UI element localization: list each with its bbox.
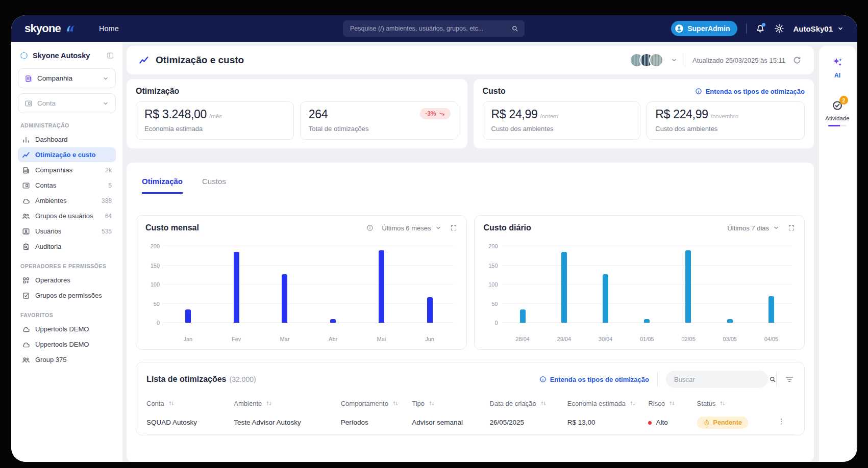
column-header-ambiente[interactable]: Ambiente bbox=[234, 399, 340, 407]
bar[interactable] bbox=[561, 252, 567, 323]
bar[interactable] bbox=[427, 297, 433, 323]
list-search[interactable] bbox=[666, 371, 768, 388]
bar[interactable] bbox=[185, 309, 191, 323]
column-header-status[interactable]: Status bbox=[697, 399, 768, 407]
nav-home-link[interactable]: Home bbox=[99, 24, 119, 33]
refresh-icon[interactable] bbox=[792, 56, 802, 65]
chart-range-select[interactable]: Últimos 7 dias bbox=[727, 224, 780, 232]
optimization-table: ContaAmbienteComportamentoTipoData de cr… bbox=[146, 396, 794, 435]
bar[interactable] bbox=[685, 250, 691, 323]
sidebar-item-contas[interactable]: Contas5 bbox=[18, 178, 116, 193]
tab-custos[interactable]: Custos bbox=[202, 177, 226, 194]
column-header-conta[interactable]: Conta bbox=[146, 399, 234, 407]
column-label: Tipo bbox=[412, 400, 425, 407]
company-select[interactable]: Companhia bbox=[18, 68, 116, 88]
skyone-logo[interactable]: skyone bbox=[24, 22, 76, 35]
chevron-down-icon[interactable] bbox=[671, 57, 678, 64]
sidebar-item-dashboard[interactable]: Dashboard bbox=[18, 132, 116, 147]
section-label: OPERADORES E PERMISSÕES bbox=[20, 263, 113, 269]
clock-icon bbox=[703, 419, 710, 426]
sidebar-item-label: Contas bbox=[35, 181, 56, 189]
bar[interactable] bbox=[234, 252, 239, 323]
sidebar-item-usuarios[interactable]: Usuários535 bbox=[18, 224, 116, 239]
sidebar-item-uppertools-demo[interactable]: Uppertools DEMO bbox=[18, 322, 116, 336]
tab-otimizacao[interactable]: Otimização bbox=[142, 177, 183, 194]
updated-text: Atualizado 25/03/2025 às 15:11 bbox=[692, 57, 785, 64]
superadmin-badge[interactable]: SuperAdmin bbox=[671, 21, 737, 36]
column-label: Data de criação bbox=[490, 400, 536, 407]
expand-icon[interactable] bbox=[450, 224, 457, 231]
account-select-placeholder: Conta bbox=[37, 99, 56, 107]
notifications-bell-icon[interactable] bbox=[755, 23, 765, 34]
filter-icon[interactable] bbox=[785, 375, 794, 384]
bar[interactable] bbox=[379, 250, 384, 323]
sidebar-item-operadores[interactable]: Operadores bbox=[18, 273, 116, 288]
y-tick-label: 200 bbox=[484, 243, 498, 249]
bar[interactable] bbox=[644, 319, 650, 323]
global-search-input[interactable] bbox=[349, 24, 511, 33]
company-select-value: Companhia bbox=[37, 74, 72, 82]
x-tick-label: 01/05 bbox=[626, 336, 667, 342]
column-header-data-de-criacao[interactable]: Data de criação bbox=[490, 399, 567, 407]
summary-cards-row: Otimização R$ 3.248,00 /mês Economia est… bbox=[127, 79, 814, 148]
row-menu-button[interactable] bbox=[777, 418, 785, 426]
sidebar-item-companhias[interactable]: Companhias2k bbox=[18, 163, 116, 177]
avatar-group[interactable] bbox=[630, 53, 663, 67]
status-badge: Pendente bbox=[697, 417, 748, 429]
sidebar-item-grupos-de-permissoes[interactable]: Grupos de permissões bbox=[18, 288, 116, 303]
users-icon bbox=[22, 356, 30, 364]
sidebar-item-label: Ambientes bbox=[35, 197, 66, 204]
page-title: Otimização e custo bbox=[139, 55, 244, 66]
column-header-risco[interactable]: Risco bbox=[648, 399, 697, 407]
sidebar-item-auditoria[interactable]: Auditoria bbox=[18, 239, 116, 254]
bar[interactable] bbox=[520, 309, 526, 323]
column-header-tipo[interactable]: Tipo bbox=[412, 399, 489, 407]
sidebar-item-otimizacao-e-custo[interactable]: Otimização e custo bbox=[18, 147, 116, 162]
trend-down-icon bbox=[439, 111, 445, 117]
list-header: Lista de otimizações (32.000) Entenda os… bbox=[146, 371, 794, 388]
optimization-types-link[interactable]: Entenda os tipos de otimização bbox=[695, 88, 805, 95]
global-search[interactable] bbox=[343, 20, 525, 37]
sidebar-item-group-375[interactable]: Group 375 bbox=[18, 352, 116, 367]
optimization-types-link[interactable]: Entenda os tipos de otimização bbox=[539, 376, 649, 383]
column-header-economia-estimada[interactable]: Economia estimada bbox=[567, 399, 649, 407]
info-icon[interactable] bbox=[366, 224, 374, 231]
bar[interactable] bbox=[282, 274, 287, 323]
activity-progress bbox=[828, 125, 847, 126]
app-window: skyone Home SuperAdmin bbox=[11, 15, 857, 462]
sidebar-item-uppertools-demo[interactable]: Uppertools DEMO bbox=[18, 337, 116, 352]
sidebar-item-label: Usuários bbox=[35, 227, 61, 235]
column-header-comportamento[interactable]: Comportamento bbox=[341, 399, 412, 407]
list-search-input[interactable] bbox=[673, 375, 765, 384]
info-icon bbox=[695, 88, 702, 95]
bar[interactable] bbox=[603, 274, 608, 323]
x-tick-label: 29/04 bbox=[543, 336, 585, 342]
ai-button[interactable]: AI bbox=[831, 56, 844, 79]
sort-icon bbox=[167, 399, 176, 407]
bar[interactable] bbox=[768, 296, 774, 323]
bar[interactable] bbox=[330, 319, 336, 323]
account-menu[interactable]: AutoSky01 bbox=[793, 24, 844, 33]
account-select[interactable]: Conta bbox=[18, 93, 116, 113]
sidebar-item-ambientes[interactable]: Ambientes388 bbox=[18, 193, 116, 208]
collapse-panel-icon[interactable] bbox=[106, 51, 114, 60]
metric-unit: /ontem bbox=[540, 113, 558, 119]
sidebar-item-label: Group 375 bbox=[35, 356, 66, 363]
chart-range-select[interactable]: Últimos 6 meses bbox=[382, 224, 441, 232]
ai-label: AI bbox=[834, 72, 840, 79]
x-tick-label: 03/05 bbox=[709, 336, 751, 342]
table-row[interactable]: SQUAD AutoskyTeste Advisor AutoskyPeríod… bbox=[146, 410, 794, 435]
sidebar-item-label: Uppertools DEMO bbox=[35, 325, 89, 333]
person-circle-icon bbox=[675, 24, 684, 33]
column-label: Risco bbox=[648, 400, 665, 407]
expand-icon[interactable] bbox=[788, 224, 795, 231]
chart-plot: 050100150200JanFevMarAbrMaiJun bbox=[145, 239, 457, 343]
avatar bbox=[649, 53, 663, 67]
sidebar-item-grupos-de-usuarios[interactable]: Grupos de usuários64 bbox=[18, 209, 116, 223]
metric-box-total-otimizacoes: 264 Total de otimizações -3% bbox=[300, 101, 458, 140]
item-count: 64 bbox=[105, 213, 112, 220]
activity-button[interactable]: 2 Atividade bbox=[825, 99, 849, 126]
settings-gear-icon[interactable] bbox=[774, 23, 784, 34]
item-count: 5 bbox=[108, 182, 112, 189]
bar[interactable] bbox=[727, 319, 733, 323]
